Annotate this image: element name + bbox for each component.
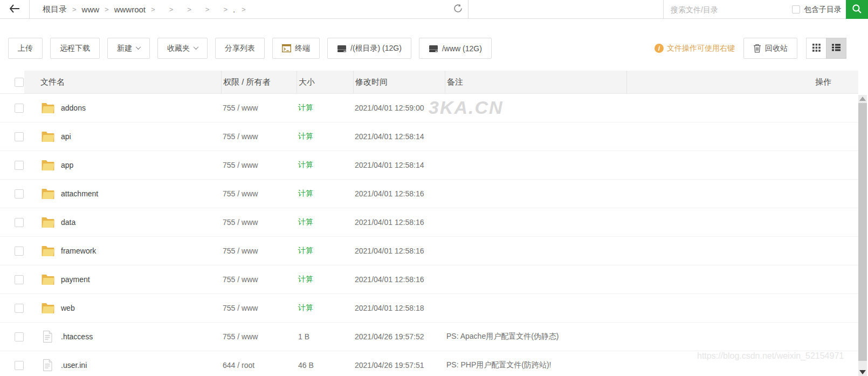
breadcrumb-item[interactable]: wwwroot	[114, 5, 146, 14]
table-body: addons 755 / www 计算 2021/04/01 12:59:00 …	[0, 94, 858, 376]
table-row[interactable]: attachment 755 / www 计算 2021/04/01 12:58…	[0, 180, 858, 208]
disk-www-button[interactable]: /www (12G)	[419, 38, 492, 59]
header-action: 操作	[776, 71, 858, 93]
scroll-down-arrow[interactable]	[859, 370, 866, 374]
breadcrumb: 根目录>www>wwwroot>>>>>.>	[30, 0, 469, 18]
header-perm-owner[interactable]: 权限 / 所有者	[221, 71, 297, 93]
share-list-button[interactable]: 分享列表	[215, 38, 265, 59]
calc-size-link[interactable]: 计算	[297, 237, 353, 265]
file-name-link[interactable]: app	[61, 161, 73, 169]
table-row[interactable]: api 755 / www 计算 2021/04/01 12:58:14	[0, 122, 858, 151]
file-name-link[interactable]: .user.ini	[61, 361, 87, 370]
row-actions	[776, 208, 858, 236]
row-checkbox[interactable]	[15, 247, 24, 256]
terminal-button[interactable]: 终端	[272, 38, 320, 59]
header-note[interactable]: 备注	[445, 71, 626, 93]
row-checkbox[interactable]	[15, 161, 24, 170]
file-name-link[interactable]: data	[61, 218, 75, 227]
file-name-link[interactable]: api	[61, 132, 71, 141]
row-checkbox[interactable]	[15, 104, 24, 113]
search-input[interactable]	[664, 1, 792, 18]
scrollbar[interactable]	[858, 95, 867, 376]
table-row[interactable]: framework 755 / www 计算 2021/04/01 12:58:…	[0, 237, 858, 265]
breadcrumb-separator: >	[205, 5, 210, 13]
modified-time: 2021/04/01 12:58:14	[353, 151, 445, 179]
file-icon	[40, 330, 54, 343]
file-note[interactable]: PS: PHP用户配置文件(防跨站)!	[445, 351, 626, 376]
row-actions	[776, 294, 858, 322]
header-size[interactable]: 大小	[297, 71, 353, 93]
calc-size-link[interactable]: 计算	[297, 94, 353, 122]
include-subdir-label[interactable]: 包含子目录	[804, 5, 842, 15]
calc-size-link[interactable]: 计算	[297, 122, 353, 151]
row-checkbox[interactable]	[15, 361, 24, 370]
recycle-bin-button[interactable]: 回收站	[743, 38, 797, 59]
folder-icon	[40, 274, 54, 285]
file-name-link[interactable]: payment	[61, 275, 90, 284]
new-menu-label: 新建	[117, 44, 132, 53]
file-name-link[interactable]: .htaccess	[61, 332, 93, 341]
file-note[interactable]	[445, 237, 626, 265]
calc-size-link[interactable]: 计算	[297, 180, 353, 208]
calc-size-link[interactable]: 计算	[297, 265, 353, 293]
back-button[interactable]	[0, 0, 30, 18]
disk-icon	[429, 44, 438, 53]
select-all-checkbox[interactable]	[15, 78, 24, 87]
file-icon	[40, 359, 54, 372]
row-actions	[776, 180, 858, 208]
calc-size-link[interactable]: 计算	[297, 294, 353, 322]
file-note[interactable]	[445, 180, 626, 208]
folder-icon	[40, 131, 54, 142]
file-note[interactable]: PS: Apache用户配置文件(伪静态)	[445, 323, 626, 351]
file-name-link[interactable]: framework	[61, 247, 96, 255]
refresh-button[interactable]	[449, 0, 467, 18]
row-checkbox[interactable]	[15, 275, 24, 284]
file-name-link[interactable]: web	[61, 304, 75, 312]
list-view-button[interactable]	[826, 38, 846, 59]
table-row[interactable]: data 755 / www 计算 2021/04/01 12:58:16	[0, 208, 858, 237]
file-note[interactable]	[445, 208, 626, 236]
file-note[interactable]	[445, 265, 626, 293]
remote-download-button[interactable]: 远程下载	[50, 38, 100, 59]
favorites-menu-button[interactable]: 收藏夹	[157, 38, 208, 59]
include-subdir-checkbox[interactable]	[792, 5, 800, 13]
perm-owner: 755 / www	[221, 151, 297, 179]
row-checkbox[interactable]	[15, 304, 24, 313]
breadcrumb-item[interactable]: .	[233, 5, 236, 14]
table-row[interactable]: web 755 / www 计算 2021/04/01 12:58:18	[0, 294, 858, 323]
file-note[interactable]	[445, 294, 626, 322]
header-mtime[interactable]: 修改时间	[353, 71, 445, 93]
table-row[interactable]: payment 755 / www 计算 2021/04/01 12:58:16	[0, 265, 858, 294]
perm-owner: 755 / www	[221, 180, 297, 208]
breadcrumb-item[interactable]: www	[82, 5, 100, 14]
row-checkbox[interactable]	[15, 332, 24, 341]
table-row[interactable]: .htaccess 755 / www 1 B 2021/04/26 19:57…	[0, 323, 858, 351]
file-note[interactable]	[445, 122, 626, 151]
table-row[interactable]: .user.ini 644 / root 46 B 2021/04/26 19:…	[0, 351, 858, 376]
file-name-link[interactable]: attachment	[61, 189, 98, 198]
new-menu-button[interactable]: 新建	[107, 38, 150, 59]
file-note[interactable]	[445, 94, 626, 122]
perm-owner: 755 / www	[221, 208, 297, 236]
calc-size-link[interactable]: 计算	[297, 208, 353, 236]
scroll-up-arrow[interactable]	[859, 97, 866, 101]
grid-view-button[interactable]	[806, 38, 826, 59]
file-name-link[interactable]: addons	[61, 104, 86, 112]
table-row[interactable]: app 755 / www 计算 2021/04/01 12:58:14	[0, 151, 858, 180]
breadcrumb-separator: >	[105, 5, 109, 13]
row-checkbox[interactable]	[15, 218, 24, 227]
file-note[interactable]	[445, 151, 626, 179]
trash-icon	[753, 44, 761, 53]
scrollbar-thumb[interactable]	[858, 103, 867, 361]
upload-button[interactable]: 上传	[8, 38, 43, 59]
disk-www-label: /www (12G)	[442, 44, 482, 53]
table-row[interactable]: addons 755 / www 计算 2021/04/01 12:59:00	[0, 94, 858, 122]
search-button[interactable]	[846, 0, 868, 19]
list-view-icon	[832, 44, 841, 53]
breadcrumb-item[interactable]: 根目录	[43, 4, 67, 15]
row-checkbox[interactable]	[15, 189, 24, 199]
calc-size-link[interactable]: 计算	[297, 151, 353, 179]
row-checkbox[interactable]	[15, 132, 24, 141]
header-filename[interactable]: 文件名	[32, 71, 221, 93]
disk-root-button[interactable]: /(根目录) (12G)	[327, 38, 411, 59]
